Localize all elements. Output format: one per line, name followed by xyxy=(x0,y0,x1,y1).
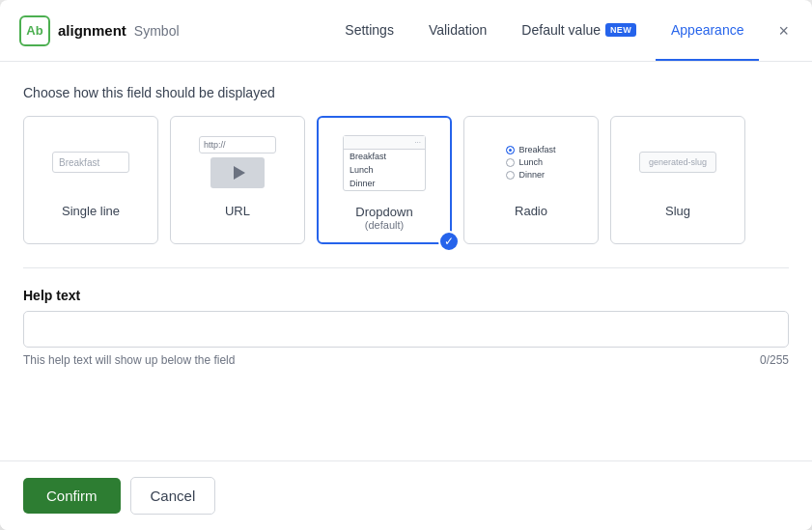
new-badge: NEW xyxy=(605,23,636,37)
close-button[interactable]: × xyxy=(774,18,793,43)
option-single-line[interactable]: Breakfast Single line xyxy=(23,116,158,244)
radio-item-1: Breakfast xyxy=(506,145,555,154)
section-divider xyxy=(23,267,789,268)
tab-appearance[interactable]: Appearance xyxy=(656,0,760,61)
slug-preview: generated-slug xyxy=(623,128,733,196)
help-count: 0/255 xyxy=(760,353,789,367)
modal-body: Choose how this field should be displaye… xyxy=(0,62,812,460)
help-hint: This help text will show up below the fi… xyxy=(23,353,235,367)
single-line-placeholder: Breakfast xyxy=(59,157,99,168)
tab-settings[interactable]: Settings xyxy=(329,0,409,61)
tab-default-value[interactable]: Default value NEW xyxy=(506,0,652,61)
radio-circle-2 xyxy=(506,158,515,167)
radio-circle-1 xyxy=(506,146,515,154)
slug-label: Slug xyxy=(665,204,690,218)
confirm-button[interactable]: Confirm xyxy=(23,478,121,514)
logo-area: Ab alignment Symbol xyxy=(19,15,180,46)
dropdown-preview-box: ··· Breakfast Lunch Dinner xyxy=(343,135,426,191)
cancel-button[interactable]: Cancel xyxy=(130,477,216,515)
display-section-title: Choose how this field should be displaye… xyxy=(23,85,789,100)
dropdown-item-1: Breakfast xyxy=(344,150,425,163)
play-icon xyxy=(234,166,245,180)
modal-footer: Confirm Cancel xyxy=(0,460,812,530)
option-slug[interactable]: generated-slug Slug xyxy=(610,116,745,244)
radio-item-3: Dinner xyxy=(506,170,545,180)
slug-preview-box: generated-slug xyxy=(639,152,716,173)
selected-check-badge: ✓ xyxy=(438,231,460,252)
url-play-preview xyxy=(210,157,265,188)
field-type-icon: Ab xyxy=(19,15,50,46)
dropdown-label: Dropdown xyxy=(355,205,412,219)
option-dropdown[interactable]: ··· Breakfast Lunch Dinner Dropdown (def… xyxy=(317,116,452,244)
radio-preview-group: Breakfast Lunch Dinner xyxy=(506,145,555,180)
slug-text: generated-slug xyxy=(649,157,707,167)
display-options: Breakfast Single line http:// xyxy=(23,116,789,244)
modal-header: Ab alignment Symbol Settings Validation … xyxy=(0,0,812,62)
url-preview: http:// xyxy=(182,128,293,196)
dropdown-default-label: (default) xyxy=(365,219,404,231)
help-text-section: Help text This help text will show up be… xyxy=(23,288,789,367)
url-preview-container: http:// xyxy=(199,136,276,188)
radio-circle-3 xyxy=(506,171,515,180)
dropdown-item-3: Dinner xyxy=(344,177,425,190)
field-type: Symbol xyxy=(134,23,180,39)
radio-label: Radio xyxy=(515,204,547,218)
help-text-input[interactable] xyxy=(23,311,789,348)
url-bar-preview: http:// xyxy=(199,136,276,153)
radio-preview: Breakfast Lunch Dinner xyxy=(476,128,586,196)
help-label: Help text xyxy=(23,288,789,303)
field-name: alignment xyxy=(58,22,126,39)
dropdown-item-2: Lunch xyxy=(344,163,425,177)
url-text: http:// xyxy=(204,140,226,150)
option-radio[interactable]: Breakfast Lunch Dinner Radio xyxy=(463,116,599,244)
modal-container: Ab alignment Symbol Settings Validation … xyxy=(0,0,812,530)
single-line-preview: Breakfast xyxy=(36,128,146,196)
nav-tabs: Settings Validation Default value NEW Ap… xyxy=(329,0,759,61)
dropdown-header-bar: ··· xyxy=(344,136,425,150)
url-label: URL xyxy=(225,204,250,218)
single-line-input-preview: Breakfast xyxy=(52,152,129,173)
tab-validation[interactable]: Validation xyxy=(413,0,502,61)
dropdown-preview: ··· Breakfast Lunch Dinner xyxy=(330,129,438,197)
radio-item-2: Lunch xyxy=(506,157,543,167)
single-line-label: Single line xyxy=(62,204,120,218)
help-meta: This help text will show up below the fi… xyxy=(23,353,789,367)
option-url[interactable]: http:// URL xyxy=(170,116,305,244)
